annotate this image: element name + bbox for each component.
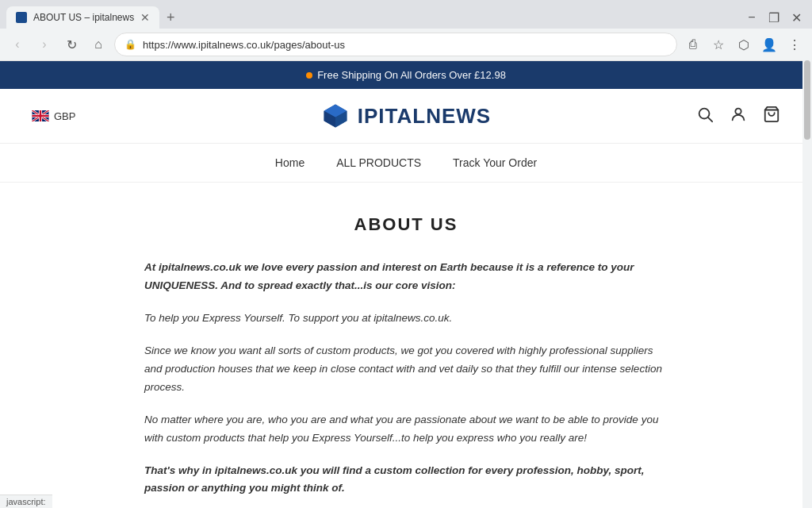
tab-favicon: [16, 12, 27, 23]
page-content: ABOUT US At ipitalnews.co.uk we love eve…: [128, 183, 684, 508]
status-text: javascript:: [6, 497, 46, 506]
svg-point-7: [735, 108, 741, 114]
announcement-bar: Free Shipping On All Orders Over £12.98: [0, 61, 812, 89]
header-right: [685, 106, 780, 127]
close-window-button[interactable]: ✕: [787, 8, 806, 27]
address-bar[interactable]: 🔒: [114, 33, 677, 56]
account-icon: [730, 106, 747, 123]
maximize-button[interactable]: ❐: [764, 8, 783, 27]
logo-icon: [321, 102, 350, 130]
paragraph-1: To help you Express Yourself. To support…: [144, 310, 668, 328]
search-icon: [696, 106, 714, 123]
share-button[interactable]: ⎙: [682, 33, 704, 56]
minimize-button[interactable]: −: [742, 8, 761, 27]
window-controls: − ❐ ✕: [742, 8, 806, 29]
announcement-dot: [306, 72, 312, 79]
url-input[interactable]: [143, 39, 667, 51]
browser-toolbar: ‹ › ↻ ⌂ 🔒 ⎙ ☆ ⬡ 👤 ⋮: [0, 29, 812, 60]
scrollbar-thumb[interactable]: [804, 60, 810, 140]
menu-button[interactable]: ⋮: [783, 33, 806, 56]
nav-home[interactable]: Home: [275, 156, 304, 169]
nav-track-order[interactable]: Track Your Order: [453, 156, 537, 169]
header-left: GBP: [32, 110, 127, 122]
tab-close-button[interactable]: ✕: [140, 12, 150, 23]
reload-button[interactable]: ↻: [60, 33, 82, 56]
cart-button[interactable]: [763, 106, 780, 127]
announcement-text: Free Shipping On All Orders Over £12.98: [317, 69, 506, 81]
page-title: ABOUT US: [144, 214, 668, 235]
svg-line-6: [708, 117, 712, 121]
tab-bar: ABOUT US – ipitalnews ✕ + − ❐ ✕: [0, 0, 812, 29]
browser-chrome: ABOUT US – ipitalnews ✕ + − ❐ ✕ ‹ › ↻ ⌂ …: [0, 0, 812, 61]
paragraph-3: No matter where you are, who you are and…: [144, 411, 668, 448]
paragraph-0: At ipitalnews.co.uk we love every passio…: [144, 259, 668, 295]
site-header: GBP IPITALNEWS: [0, 89, 812, 144]
bookmark-button[interactable]: ☆: [707, 33, 730, 56]
toolbar-right: ⎙ ☆ ⬡ 👤 ⋮: [682, 33, 806, 56]
profile-button[interactable]: 👤: [758, 33, 780, 56]
currency-label: GBP: [54, 110, 75, 122]
search-button[interactable]: [696, 106, 714, 127]
back-button[interactable]: ‹: [6, 33, 29, 56]
status-bar: javascript:: [0, 495, 52, 508]
website: Free Shipping On All Orders Over £12.98 …: [0, 61, 812, 508]
paragraph-4: That's why in ipitalnews.co.uk you will …: [144, 462, 668, 498]
account-button[interactable]: [730, 106, 747, 127]
extensions-button[interactable]: ⬡: [733, 33, 755, 56]
home-button[interactable]: ⌂: [87, 33, 109, 56]
paragraph-2: Since we know you want all sorts of cust…: [144, 342, 668, 397]
new-tab-button[interactable]: +: [159, 6, 182, 29]
nav-all-products[interactable]: ALL PRODUCTS: [336, 156, 421, 169]
uk-flag-icon: [32, 110, 49, 121]
logo-text: IPITALNEWS: [358, 104, 491, 129]
forward-button[interactable]: ›: [33, 33, 56, 56]
active-tab[interactable]: ABOUT US – ipitalnews ✕: [6, 6, 159, 29]
security-icon: 🔒: [124, 39, 136, 50]
cart-icon: [763, 106, 780, 123]
header-center: IPITALNEWS: [127, 102, 685, 130]
scrollbar-track[interactable]: [802, 60, 812, 508]
tab-title: ABOUT US – ipitalnews: [33, 12, 134, 23]
page-body: At ipitalnews.co.uk we love every passio…: [144, 259, 668, 508]
site-nav: Home ALL PRODUCTS Track Your Order: [0, 144, 812, 183]
